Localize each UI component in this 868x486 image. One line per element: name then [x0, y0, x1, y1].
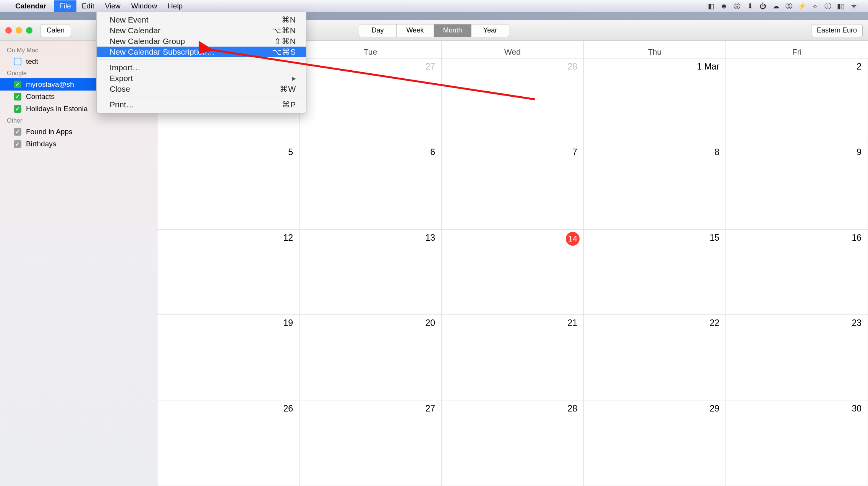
menu-label: New Calendar Group — [110, 37, 185, 46]
calendars-toggle-button[interactable]: Calen — [40, 24, 71, 37]
sidebar-header-other: Other — [0, 115, 157, 126]
menu-view[interactable]: View — [100, 0, 126, 12]
calendar-cell[interactable]: 26 — [157, 400, 300, 486]
calendar-cell[interactable]: 19 — [157, 315, 300, 400]
calendar-cell[interactable]: 9 — [726, 144, 868, 230]
calendar-cell[interactable]: 30 — [726, 400, 868, 486]
sidebar-item-label: Contacts — [26, 92, 55, 101]
menu-export[interactable]: Export ▶ — [97, 73, 306, 84]
checkbox-icon[interactable]: ✓ — [14, 105, 21, 113]
weekday-thu: Thu — [584, 41, 726, 58]
minimize-window-button[interactable] — [16, 27, 22, 34]
checkbox-icon[interactable]: ✓ — [14, 81, 21, 88]
view-day[interactable]: Day — [359, 24, 397, 37]
calendar-cell[interactable]: 15 — [584, 230, 726, 315]
view-month[interactable]: Month — [434, 24, 471, 37]
status-icon-power[interactable]: ⏻ — [759, 2, 767, 10]
status-icon-wifi[interactable] — [850, 2, 858, 10]
calendar-cell[interactable]: 13 — [300, 230, 442, 315]
calendar-cell[interactable]: 1 Mar — [584, 58, 726, 144]
calendar-cell[interactable]: 2 — [726, 58, 868, 144]
menu-help[interactable]: Help — [162, 0, 188, 12]
checkbox-icon[interactable]: ✓ — [14, 140, 21, 148]
calendar-cell[interactable]: 27 — [300, 58, 442, 144]
status-icon-bolt[interactable]: ⚡ — [798, 2, 806, 10]
sidebar-item-label: Holidays in Estonia — [26, 105, 88, 113]
status-icon-dropbox[interactable]: ⟐ — [811, 2, 819, 10]
menu-print[interactable]: Print… ⌘P — [97, 99, 306, 110]
date-label: 15 — [709, 233, 719, 243]
calendar-cell[interactable]: 16 — [726, 230, 868, 315]
menu-new-event[interactable]: New Event ⌘N — [97, 15, 306, 25]
status-icon-battery[interactable]: ▮▯ — [837, 2, 845, 10]
close-window-button[interactable] — [5, 27, 12, 34]
menu-new-calendar-subscription[interactable]: New Calendar Subscription… ⌥⌘S — [97, 47, 306, 57]
menu-separator — [97, 97, 305, 97]
menu-new-calendar[interactable]: New Calendar ⌥⌘N — [97, 25, 306, 36]
menu-label: New Calendar — [110, 26, 160, 35]
date-label: 20 — [425, 318, 435, 328]
window-controls — [5, 27, 32, 34]
calendar-cell[interactable]: 7 — [442, 144, 584, 230]
menu-label: Print… — [110, 100, 134, 109]
calendar-cell[interactable]: 29 — [584, 400, 726, 486]
calendar-cell[interactable]: 27 — [300, 400, 442, 486]
sidebar-item-birthdays[interactable]: ✓ Birthdays — [0, 138, 157, 150]
menu-close[interactable]: Close ⌘W — [97, 84, 306, 94]
checkbox-icon[interactable]: ✓ — [14, 93, 21, 100]
status-icon-cloud[interactable]: ☁ — [772, 2, 780, 10]
status-icon-viber[interactable]: ☻ — [720, 2, 728, 10]
status-icon-grammarly[interactable]: ⓖ — [733, 2, 741, 10]
calendar-cell[interactable]: 20 — [300, 315, 442, 400]
date-label: 5 — [288, 147, 293, 157]
calendar-cell[interactable]: 12 — [157, 230, 300, 315]
sidebar-item-found-in-apps[interactable]: ✓ Found in Apps — [0, 126, 157, 138]
calendar-cell[interactable]: 6 — [300, 144, 442, 230]
calendar-cell[interactable]: 28 — [442, 400, 584, 486]
menu-window[interactable]: Window — [126, 0, 163, 12]
menu-edit[interactable]: Edit — [76, 0, 100, 12]
sidebar-item-label: Found in Apps — [26, 128, 72, 136]
menu-separator — [97, 60, 305, 60]
calendar-cell[interactable]: 22 — [584, 315, 726, 400]
date-label: 27 — [425, 62, 435, 72]
date-label: 29 — [709, 403, 719, 414]
app-name[interactable]: Calendar — [15, 2, 46, 10]
date-label: 13 — [425, 233, 435, 243]
menu-import[interactable]: Import… — [97, 62, 306, 73]
submenu-arrow-icon: ▶ — [292, 75, 296, 81]
menubar: Calendar File Edit View Window Help ◧ ☻ … — [0, 0, 868, 12]
date-label: 7 — [572, 147, 577, 157]
date-label: 30 — [852, 403, 862, 414]
menu-shortcut: ⇧⌘N — [274, 37, 296, 46]
menu-file[interactable]: File — [54, 0, 76, 12]
checkbox-icon[interactable] — [14, 58, 21, 65]
status-icon-skype[interactable]: Ⓢ — [785, 2, 793, 10]
status-icon-1[interactable]: ◧ — [707, 2, 715, 10]
date-label: 21 — [567, 318, 577, 328]
status-icon-download[interactable]: ⬇ — [746, 2, 754, 10]
view-week[interactable]: Week — [397, 24, 434, 37]
date-label: 22 — [709, 318, 719, 328]
menu-shortcut: ⌘W — [280, 84, 296, 94]
menu-new-calendar-group[interactable]: New Calendar Group ⇧⌘N — [97, 36, 306, 47]
timezone-button[interactable]: Eastern Euro — [811, 24, 863, 37]
calendar-cell[interactable]: 23 — [726, 315, 868, 400]
menu-label: New Event — [110, 15, 149, 24]
calendar-cell[interactable]: 8 — [584, 144, 726, 230]
zoom-window-button[interactable] — [26, 27, 32, 34]
date-label: 9 — [857, 147, 862, 157]
sidebar-item-label: tedt — [26, 57, 38, 66]
view-year[interactable]: Year — [471, 24, 509, 37]
calendar-cells: 27281 Mar2567891213141516192021222326272… — [157, 58, 868, 486]
menu-shortcut: ⌥⌘N — [272, 26, 296, 35]
calendar-cell[interactable]: 14 — [442, 230, 584, 315]
calendar-cell[interactable]: 5 — [157, 144, 300, 230]
calendar-cell[interactable]: 21 — [442, 315, 584, 400]
calendar-cell[interactable]: 28 — [442, 58, 584, 144]
date-label: 19 — [283, 318, 293, 328]
date-label: 28 — [567, 62, 577, 72]
file-menu-dropdown: New Event ⌘N New Calendar ⌥⌘N New Calend… — [96, 12, 306, 113]
status-icon-info[interactable]: ⓘ — [824, 2, 832, 10]
checkbox-icon[interactable]: ✓ — [14, 128, 21, 136]
